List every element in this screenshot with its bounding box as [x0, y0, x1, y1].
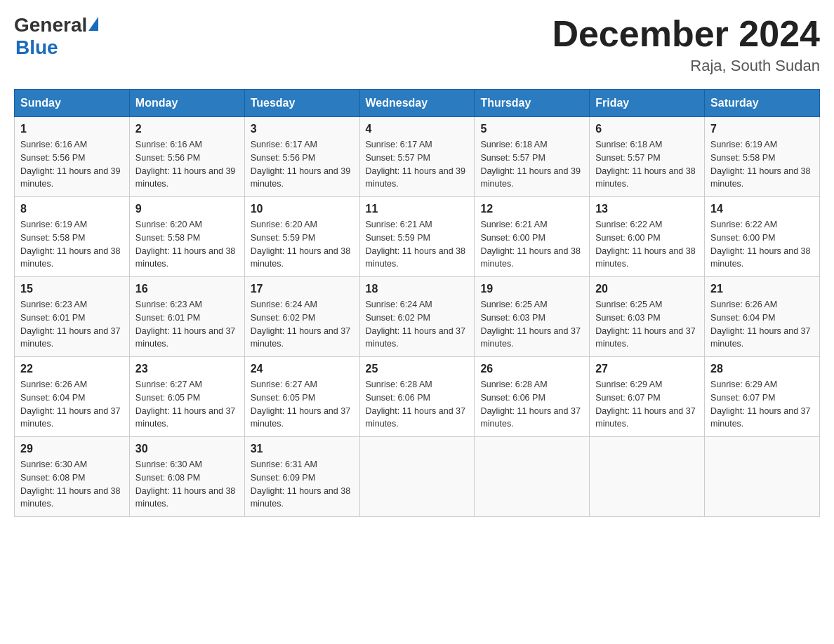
day-info: Sunrise: 6:17 AM Sunset: 5:57 PM Dayligh… [366, 138, 469, 191]
day-number: 5 [480, 123, 583, 135]
day-info: Sunrise: 6:24 AM Sunset: 6:02 PM Dayligh… [251, 298, 354, 351]
day-number: 6 [595, 123, 699, 135]
calendar-cell: 18 Sunrise: 6:24 AM Sunset: 6:02 PM Dayl… [359, 277, 475, 357]
day-number: 23 [135, 363, 239, 375]
day-number: 16 [135, 283, 239, 295]
day-info: Sunrise: 6:16 AM Sunset: 5:56 PM Dayligh… [135, 138, 239, 191]
day-info: Sunrise: 6:25 AM Sunset: 6:03 PM Dayligh… [595, 298, 699, 351]
day-info: Sunrise: 6:20 AM Sunset: 5:59 PM Dayligh… [251, 218, 354, 271]
day-info: Sunrise: 6:27 AM Sunset: 6:05 PM Dayligh… [135, 378, 239, 431]
day-info: Sunrise: 6:30 AM Sunset: 6:08 PM Dayligh… [135, 458, 239, 511]
day-number: 25 [366, 363, 469, 375]
column-header-wednesday: Wednesday [359, 90, 475, 117]
calendar-cell: 26 Sunrise: 6:28 AM Sunset: 6:06 PM Dayl… [475, 357, 590, 437]
day-number: 14 [710, 203, 814, 215]
day-number: 19 [480, 283, 583, 295]
calendar-cell: 5 Sunrise: 6:18 AM Sunset: 5:57 PM Dayli… [475, 117, 590, 197]
logo: General Blue [14, 14, 98, 59]
day-number: 12 [480, 203, 583, 215]
calendar-cell: 2 Sunrise: 6:16 AM Sunset: 5:56 PM Dayli… [129, 117, 244, 197]
day-number: 24 [251, 363, 354, 375]
calendar-cell: 22 Sunrise: 6:26 AM Sunset: 6:04 PM Dayl… [15, 357, 130, 437]
calendar-cell: 31 Sunrise: 6:31 AM Sunset: 6:09 PM Dayl… [244, 437, 359, 517]
calendar-cell: 20 Sunrise: 6:25 AM Sunset: 6:03 PM Dayl… [590, 277, 705, 357]
day-info: Sunrise: 6:22 AM Sunset: 6:00 PM Dayligh… [710, 218, 814, 271]
day-info: Sunrise: 6:21 AM Sunset: 6:00 PM Dayligh… [480, 218, 583, 271]
calendar-cell: 29 Sunrise: 6:30 AM Sunset: 6:08 PM Dayl… [15, 437, 130, 517]
calendar-cell [475, 437, 590, 517]
page-header: General Blue December 2024 Raja, South S… [14, 14, 820, 75]
day-number: 2 [135, 123, 239, 135]
calendar-cell: 27 Sunrise: 6:29 AM Sunset: 6:07 PM Dayl… [590, 357, 705, 437]
column-header-sunday: Sunday [15, 90, 130, 117]
day-number: 4 [366, 123, 469, 135]
day-info: Sunrise: 6:22 AM Sunset: 6:00 PM Dayligh… [595, 218, 699, 271]
column-header-saturday: Saturday [705, 90, 820, 117]
calendar-cell: 8 Sunrise: 6:19 AM Sunset: 5:58 PM Dayli… [15, 197, 130, 277]
day-info: Sunrise: 6:31 AM Sunset: 6:09 PM Dayligh… [251, 458, 354, 511]
day-number: 18 [366, 283, 469, 295]
day-number: 17 [251, 283, 354, 295]
day-number: 10 [251, 203, 354, 215]
day-info: Sunrise: 6:26 AM Sunset: 6:04 PM Dayligh… [20, 378, 124, 431]
calendar-cell: 17 Sunrise: 6:24 AM Sunset: 6:02 PM Dayl… [244, 277, 359, 357]
day-info: Sunrise: 6:30 AM Sunset: 6:08 PM Dayligh… [20, 458, 124, 511]
calendar-cell [359, 437, 475, 517]
calendar-week-row: 29 Sunrise: 6:30 AM Sunset: 6:08 PM Dayl… [15, 437, 820, 517]
day-number: 29 [20, 443, 124, 455]
logo-triangle-icon [88, 17, 98, 31]
calendar-cell: 14 Sunrise: 6:22 AM Sunset: 6:00 PM Dayl… [705, 197, 820, 277]
calendar-cell [590, 437, 705, 517]
calendar-cell: 6 Sunrise: 6:18 AM Sunset: 5:57 PM Dayli… [590, 117, 705, 197]
location-text: Raja, South Sudan [552, 57, 820, 75]
calendar-cell: 15 Sunrise: 6:23 AM Sunset: 6:01 PM Dayl… [15, 277, 130, 357]
day-number: 9 [135, 203, 239, 215]
calendar-cell: 10 Sunrise: 6:20 AM Sunset: 5:59 PM Dayl… [244, 197, 359, 277]
calendar-cell [705, 437, 820, 517]
column-header-friday: Friday [590, 90, 705, 117]
calendar-cell: 16 Sunrise: 6:23 AM Sunset: 6:01 PM Dayl… [129, 277, 244, 357]
day-info: Sunrise: 6:25 AM Sunset: 6:03 PM Dayligh… [480, 298, 583, 351]
day-info: Sunrise: 6:18 AM Sunset: 5:57 PM Dayligh… [480, 138, 583, 191]
day-number: 11 [366, 203, 469, 215]
calendar-cell: 23 Sunrise: 6:27 AM Sunset: 6:05 PM Dayl… [129, 357, 244, 437]
day-info: Sunrise: 6:18 AM Sunset: 5:57 PM Dayligh… [595, 138, 699, 191]
calendar-cell: 19 Sunrise: 6:25 AM Sunset: 6:03 PM Dayl… [475, 277, 590, 357]
day-info: Sunrise: 6:29 AM Sunset: 6:07 PM Dayligh… [710, 378, 814, 431]
calendar-cell: 3 Sunrise: 6:17 AM Sunset: 5:56 PM Dayli… [244, 117, 359, 197]
day-number: 8 [20, 203, 124, 215]
day-info: Sunrise: 6:23 AM Sunset: 6:01 PM Dayligh… [135, 298, 239, 351]
day-number: 20 [595, 283, 699, 295]
calendar-cell: 13 Sunrise: 6:22 AM Sunset: 6:00 PM Dayl… [590, 197, 705, 277]
logo-general-text: General [14, 14, 87, 36]
title-block: December 2024 Raja, South Sudan [552, 14, 820, 75]
calendar-week-row: 22 Sunrise: 6:26 AM Sunset: 6:04 PM Dayl… [15, 357, 820, 437]
day-info: Sunrise: 6:28 AM Sunset: 6:06 PM Dayligh… [366, 378, 469, 431]
day-number: 30 [135, 443, 239, 455]
day-info: Sunrise: 6:19 AM Sunset: 5:58 PM Dayligh… [710, 138, 814, 191]
calendar-cell: 9 Sunrise: 6:20 AM Sunset: 5:58 PM Dayli… [129, 197, 244, 277]
calendar-cell: 30 Sunrise: 6:30 AM Sunset: 6:08 PM Dayl… [129, 437, 244, 517]
calendar-cell: 24 Sunrise: 6:27 AM Sunset: 6:05 PM Dayl… [244, 357, 359, 437]
calendar-header-row: SundayMondayTuesdayWednesdayThursdayFrid… [15, 90, 820, 117]
day-number: 22 [20, 363, 124, 375]
calendar-cell: 11 Sunrise: 6:21 AM Sunset: 5:59 PM Dayl… [359, 197, 475, 277]
day-number: 21 [710, 283, 814, 295]
day-number: 7 [710, 123, 814, 135]
day-info: Sunrise: 6:27 AM Sunset: 6:05 PM Dayligh… [251, 378, 354, 431]
day-number: 31 [251, 443, 354, 455]
day-number: 26 [480, 363, 583, 375]
day-number: 15 [20, 283, 124, 295]
calendar-week-row: 1 Sunrise: 6:16 AM Sunset: 5:56 PM Dayli… [15, 117, 820, 197]
day-info: Sunrise: 6:21 AM Sunset: 5:59 PM Dayligh… [366, 218, 469, 271]
calendar-cell: 12 Sunrise: 6:21 AM Sunset: 6:00 PM Dayl… [475, 197, 590, 277]
day-info: Sunrise: 6:28 AM Sunset: 6:06 PM Dayligh… [480, 378, 583, 431]
day-info: Sunrise: 6:26 AM Sunset: 6:04 PM Dayligh… [710, 298, 814, 351]
calendar-cell: 25 Sunrise: 6:28 AM Sunset: 6:06 PM Dayl… [359, 357, 475, 437]
calendar-week-row: 15 Sunrise: 6:23 AM Sunset: 6:01 PM Dayl… [15, 277, 820, 357]
day-info: Sunrise: 6:17 AM Sunset: 5:56 PM Dayligh… [251, 138, 354, 191]
logo-blue-text: Blue [15, 36, 58, 59]
column-header-tuesday: Tuesday [244, 90, 359, 117]
day-info: Sunrise: 6:19 AM Sunset: 5:58 PM Dayligh… [20, 218, 124, 271]
day-number: 3 [251, 123, 354, 135]
